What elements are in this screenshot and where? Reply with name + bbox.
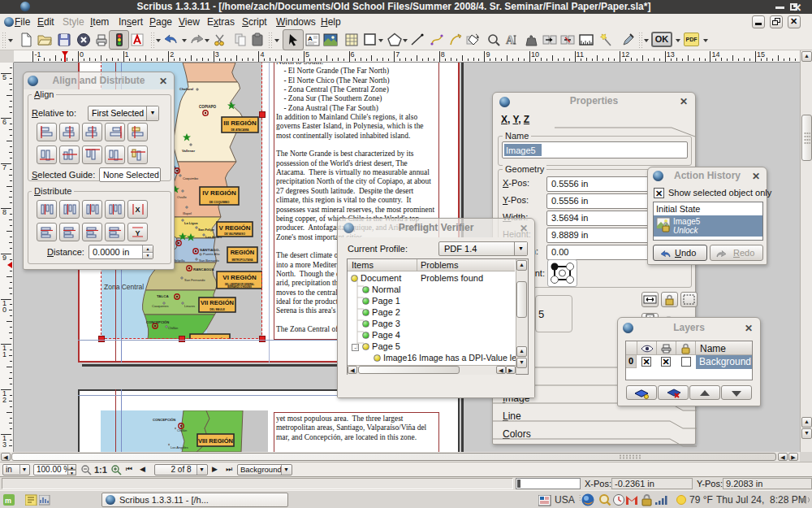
- svg-text:Los Angeles: Los Angeles: [171, 445, 188, 449]
- svg-text:A: A: [308, 35, 313, 42]
- svg-text:CONCEPCIÓN: CONCEPCIÓN: [153, 418, 175, 422]
- svg-text:X: X: [136, 206, 140, 214]
- svg-text:Chillán: Chillán: [177, 428, 187, 432]
- svg-text:VIII REGIÓN: VIII REGIÓN: [198, 437, 233, 445]
- svg-text:A: A: [506, 34, 515, 46]
- svg-text:Y: Y: [136, 229, 140, 237]
- svg-text:m: m: [5, 497, 11, 505]
